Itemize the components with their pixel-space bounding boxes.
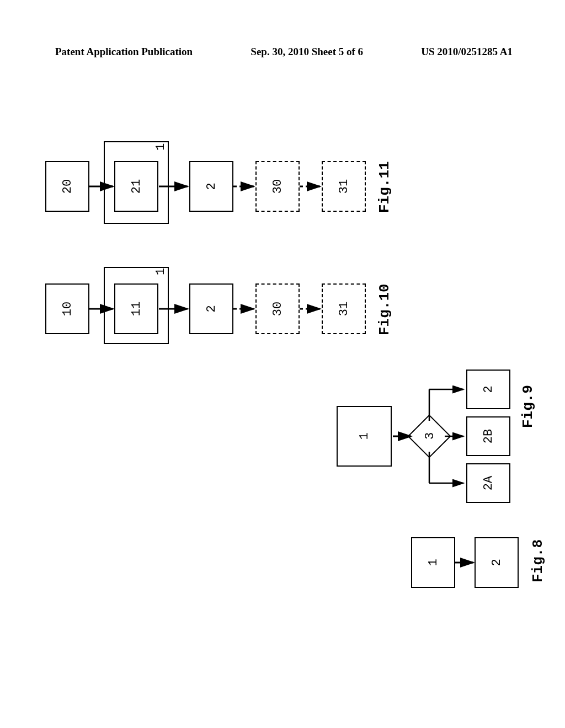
fig11-container-label: 1	[154, 143, 168, 151]
fig10-box-10: 10	[45, 283, 89, 334]
fig9-box-1-label: 1	[358, 432, 371, 440]
fig10-box-11-label: 11	[130, 302, 143, 316]
fig11-box-21-label: 21	[130, 179, 143, 194]
fig11-box-2: 2	[189, 161, 233, 212]
fig10-container-label: 1	[154, 268, 168, 275]
fig9-box-2a: 2A	[466, 463, 510, 503]
fig11-box-31-label: 31	[337, 179, 351, 194]
fig10-box-30-label: 30	[271, 302, 285, 316]
fig11-box-30-label: 30	[271, 179, 285, 194]
fig11-box-30: 30	[255, 161, 300, 212]
fig10-box-2-label: 2	[205, 305, 218, 312]
fig9-box-2: 2	[466, 370, 510, 409]
fig10-box-2: 2	[189, 283, 233, 334]
fig8-box-2-label: 2	[490, 559, 504, 566]
fig9-box-2a-label: 2A	[482, 476, 495, 490]
fig9-box-2b-label: 2B	[482, 429, 495, 443]
fig9-box-2-label: 2	[482, 386, 495, 393]
fig11-box-20: 20	[45, 161, 89, 212]
fig11-box-2-label: 2	[205, 183, 218, 190]
fig8-label: Fig.8	[530, 539, 546, 582]
fig10-box-31: 31	[322, 283, 366, 334]
fig10-box-10-label: 10	[61, 302, 74, 316]
fig8-box-1: 1	[411, 537, 455, 588]
fig11-box-21: 21	[114, 161, 158, 212]
figure-canvas: 1 2 Fig.8 1 3 2A 2B 2 Fig.9 10 1 11 2 30…	[6, 152, 565, 615]
header-right: US 2010/0251285 A1	[421, 46, 513, 58]
header-center: Sep. 30, 2010 Sheet 5 of 6	[250, 46, 363, 58]
fig9-diamond-label: 3	[423, 432, 437, 440]
fig10-label: Fig.10	[376, 283, 393, 335]
fig9-label: Fig.9	[520, 385, 536, 428]
fig9-box-2b: 2B	[466, 416, 510, 456]
fig10-box-31-label: 31	[337, 302, 351, 316]
fig11-box-31: 31	[322, 161, 366, 212]
fig10-box-30: 30	[255, 283, 300, 334]
fig9-box-1: 1	[337, 406, 392, 467]
fig10-box-11: 11	[114, 283, 158, 334]
header-left: Patent Application Publication	[55, 46, 193, 58]
fig8-box-2: 2	[475, 537, 519, 588]
fig8-box-1-label: 1	[427, 559, 440, 566]
fig11-box-20-label: 20	[61, 179, 74, 194]
fig11-label: Fig.11	[376, 161, 393, 213]
